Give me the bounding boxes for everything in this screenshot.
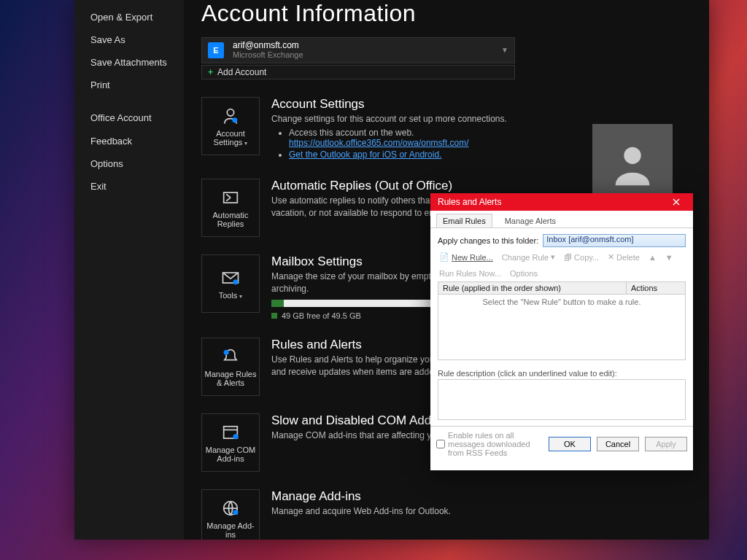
- backstage-sidebar: Open & Export Save As Save Attachments P…: [74, 0, 184, 540]
- add-account-label: Add Account: [217, 67, 266, 77]
- envelope-gear-icon: [220, 268, 241, 288]
- sidebar-feedback[interactable]: Feedback: [90, 130, 184, 152]
- tile-label: Account Settings ▾: [202, 129, 259, 147]
- tab-email-rules[interactable]: Email Rules: [436, 214, 492, 228]
- globe-gear-icon: [220, 498, 241, 518]
- rules-list-body[interactable]: Select the "New Rule" button to make a r…: [438, 295, 686, 360]
- rule-description-box[interactable]: [438, 379, 686, 420]
- com-addins-tile[interactable]: Manage COM Add-ins: [201, 413, 260, 472]
- svg-point-9: [233, 434, 239, 439]
- person-icon: [607, 139, 658, 190]
- tab-manage-alerts[interactable]: Manage Alerts: [498, 214, 562, 228]
- dialog-titlebar: Rules and Alerts: [430, 193, 693, 211]
- sidebar-office-account[interactable]: Office Account: [90, 106, 184, 130]
- rules-empty-text: Select the "New Rule" button to make a r…: [483, 298, 641, 306]
- svg-point-0: [624, 147, 640, 164]
- account-type: Microsoft Exchange: [233, 50, 492, 60]
- cancel-button[interactable]: Cancel: [597, 437, 639, 451]
- tile-label: Manage Rules & Alerts: [202, 370, 259, 387]
- rules-list-header: Rule (applied in the order shown) Action…: [438, 281, 686, 295]
- tile-label: Manage COM Add-ins: [202, 446, 259, 463]
- rss-rules-checkbox[interactable]: Enable rules on all messages downloaded …: [436, 431, 543, 457]
- svg-point-2: [232, 117, 237, 122]
- rules-toolbar: 📄 New Rule... Change Rule ▾ 🗐 Copy... ✕ …: [438, 252, 686, 279]
- run-rules-button[interactable]: Run Rules Now...: [438, 268, 503, 279]
- apply-button[interactable]: Apply: [645, 437, 687, 451]
- addins-text: Manage Add-ins Manage and acquire Web Ad…: [271, 489, 451, 540]
- close-icon: [673, 198, 680, 206]
- tile-label: Automatic Replies: [202, 211, 259, 228]
- svg-point-1: [227, 109, 233, 115]
- account-settings-text: Account Settings Change settings for thi…: [271, 97, 507, 162]
- window-gear-icon: [220, 422, 241, 443]
- col-rule-header: Rule (applied in the order shown): [438, 282, 627, 294]
- apply-changes-label: Apply changes to this folder:: [438, 236, 538, 245]
- svg-point-5: [233, 280, 239, 285]
- rules-alerts-tile[interactable]: Manage Rules & Alerts: [201, 338, 260, 396]
- addins-heading: Manage Add-ins: [271, 489, 451, 504]
- owa-link[interactable]: https://outlook.office365.com/owa/onmsft…: [289, 138, 469, 148]
- rss-rules-label: Enable rules on all messages downloaded …: [448, 431, 543, 457]
- dialog-title: Rules and Alerts: [438, 197, 501, 207]
- settings-bullet-web: Access this account on the web. https://…: [289, 128, 507, 148]
- profile-avatar: [592, 124, 673, 204]
- ok-button[interactable]: OK: [549, 437, 591, 451]
- tile-label: Tools ▾: [219, 291, 243, 300]
- tools-tile[interactable]: Tools ▾: [201, 254, 260, 313]
- page-title: Account Information: [201, 0, 692, 27]
- account-selector[interactable]: E arif@onmsft.com Microsoft Exchange ▼: [201, 37, 515, 63]
- account-settings-desc: Change settings for this account or set …: [271, 113, 507, 125]
- account-settings-heading: Account Settings: [271, 97, 507, 112]
- new-rule-button[interactable]: 📄 New Rule...: [438, 252, 495, 262]
- svg-point-6: [224, 350, 229, 355]
- account-settings-tile[interactable]: Account Settings ▾: [201, 97, 260, 155]
- sidebar-exit[interactable]: Exit: [90, 175, 184, 198]
- sidebar-print[interactable]: Print: [90, 74, 184, 96]
- dialog-close-button[interactable]: [664, 193, 689, 211]
- automatic-replies-tile[interactable]: Automatic Replies: [201, 179, 260, 237]
- sidebar-options[interactable]: Options: [90, 152, 184, 175]
- manage-addins-tile[interactable]: Manage Add-ins: [201, 489, 260, 540]
- options-button[interactable]: Options: [508, 268, 539, 279]
- exchange-icon: E: [208, 42, 224, 58]
- add-account-button[interactable]: + Add Account: [201, 65, 515, 79]
- move-down-button[interactable]: ▼: [664, 252, 675, 262]
- chevron-down-icon: ▼: [501, 46, 508, 54]
- change-rule-button[interactable]: Change Rule ▾: [500, 252, 557, 262]
- copy-rule-button[interactable]: 🗐 Copy...: [562, 252, 600, 262]
- sidebar-save-as[interactable]: Save As: [90, 28, 184, 51]
- rules-alerts-dialog: Rules and Alerts Email Rules Manage Aler…: [430, 193, 693, 470]
- bell-gear-icon: [220, 346, 241, 367]
- svg-point-11: [233, 510, 239, 515]
- folder-select[interactable]: Inbox [arif@onmsft.com]: [543, 234, 686, 247]
- rss-rules-checkbox-input[interactable]: [436, 440, 445, 448]
- addins-desc: Manage and acquire Web Add-ins for Outlo…: [271, 505, 451, 518]
- reply-icon: [220, 187, 241, 208]
- tile-label: Manage Add-ins: [202, 521, 259, 539]
- mobile-app-link[interactable]: Get the Outlook app for iOS or Android.: [289, 149, 441, 160]
- sidebar-save-attachments[interactable]: Save Attachments: [90, 51, 184, 74]
- col-actions-header: Actions: [627, 282, 685, 294]
- sidebar-open-export[interactable]: Open & Export: [90, 6, 184, 28]
- rule-description-label: Rule description (click an underlined va…: [438, 369, 686, 378]
- person-gear-icon: [220, 106, 241, 126]
- account-email: arif@onmsft.com: [233, 40, 492, 50]
- plus-icon: +: [208, 67, 213, 77]
- delete-rule-button[interactable]: ✕ Delete: [606, 252, 641, 262]
- auto-heading: Automatic Replies (Out of Office): [271, 179, 549, 193]
- move-up-button[interactable]: ▲: [647, 252, 658, 262]
